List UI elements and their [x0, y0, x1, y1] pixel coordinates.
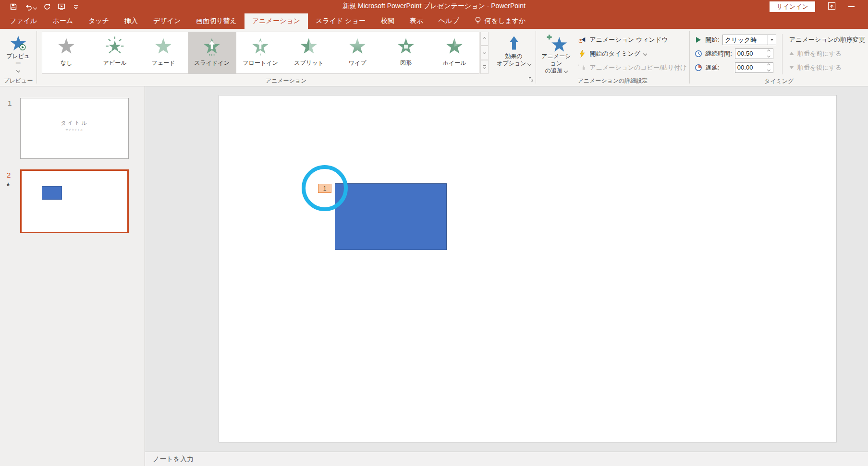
dropdown-arrow-icon[interactable] [768, 35, 776, 45]
start-slideshow-icon[interactable] [58, 3, 66, 11]
animation-appear[interactable]: アピール [91, 32, 139, 73]
spinner-up-icon[interactable] [765, 49, 773, 54]
tab-view[interactable]: 表示 [402, 13, 431, 29]
animation-number-badge[interactable]: 1 [318, 184, 331, 193]
move-later-button: 順番を後にする [789, 60, 865, 74]
split-star-icon [299, 36, 319, 56]
slide1-number: 1 [8, 99, 12, 107]
dialog-launcher-icon[interactable] [528, 77, 534, 84]
tab-animations[interactable]: アニメーション [245, 13, 308, 29]
powerpoint-window: 新規 Microsoft PowerPoint プレゼンテーション - Powe… [0, 0, 868, 466]
wipe-star-icon [347, 36, 367, 56]
move-earlier-button: 順番を前にする [789, 47, 865, 60]
animation-gallery: なし アピール フェード [42, 32, 479, 74]
animation-painter-icon [578, 64, 586, 72]
animation-pane-button[interactable]: アニメーション ウィンドウ [578, 33, 686, 47]
triangle-down-icon [789, 66, 794, 69]
start-combobox[interactable]: クリック時 [722, 35, 776, 45]
add-animation-button[interactable]: アニメーション の追加 [536, 32, 576, 74]
group-animation: なし アピール フェード [37, 29, 536, 86]
gallery-scrollbar [480, 32, 489, 74]
tab-design[interactable]: デザイン [146, 13, 188, 29]
reorder-title: アニメーションの順序変更 [789, 33, 865, 47]
animation-split[interactable]: スプリット [285, 32, 333, 73]
spinner-down-icon[interactable] [765, 68, 773, 72]
chevron-down-icon [527, 61, 531, 65]
undo-button[interactable] [24, 3, 37, 11]
effect-options-arrow-icon [505, 34, 523, 53]
title-bar: 新規 Microsoft PowerPoint プレゼンテーション - Powe… [0, 0, 868, 13]
blue-rectangle-shape[interactable] [335, 183, 447, 250]
trigger-button[interactable]: 開始のタイミング [578, 47, 686, 60]
slide-thumbnail-panel: 1 タイトル サブタイトル 2 ★ [0, 86, 145, 466]
delay-input[interactable] [735, 63, 765, 72]
redo-button[interactable] [43, 3, 51, 11]
minimize-icon[interactable] [848, 6, 855, 7]
chevron-down-icon [643, 51, 647, 55]
triangle-up-icon [789, 52, 794, 55]
slide1-thumbnail[interactable]: タイトル サブタイトル [20, 98, 129, 159]
preview-button[interactable]: プレビュー [0, 32, 37, 72]
gallery-scroll-down-button[interactable] [480, 46, 489, 60]
appear-star-icon [105, 36, 125, 56]
tab-review[interactable]: 校閲 [373, 13, 402, 29]
notes-bar[interactable]: ノートを入力 [145, 452, 868, 466]
tab-slideshow[interactable]: スライド ショー [308, 13, 373, 29]
save-icon[interactable] [10, 3, 17, 11]
delay-spinner[interactable] [735, 62, 773, 73]
ribbon-tab-bar: ファイル ホーム タッチ 挿入 デザイン 画面切り替え アニメーション スライド… [0, 13, 868, 29]
animation-wheel[interactable]: ホイール [430, 32, 479, 73]
animation-shape[interactable]: 図形 [382, 32, 430, 73]
group-label-timing: タイミング [690, 77, 868, 86]
slide2-shape-preview [42, 186, 62, 200]
duration-spinner[interactable] [735, 48, 773, 59]
spinner-down-icon[interactable] [765, 54, 773, 59]
tab-tell-me[interactable]: 何をしますか [467, 13, 534, 29]
sign-in-button[interactable]: サインイン [770, 1, 815, 12]
float-in-star-icon [250, 36, 270, 56]
notes-placeholder: ノートを入力 [153, 455, 194, 464]
delay-label: 遅延: [705, 63, 720, 72]
group-advanced-animation: アニメーション の追加 アニメーション ウィンドウ [536, 29, 689, 86]
tab-transitions[interactable]: 画面切り替え [188, 13, 245, 29]
tab-file[interactable]: ファイル [2, 13, 45, 29]
animation-wipe[interactable]: ワイプ [333, 32, 382, 73]
gallery-scroll-up-button[interactable] [480, 32, 489, 46]
tab-home[interactable]: ホーム [45, 13, 81, 29]
animation-none[interactable]: なし [42, 32, 91, 73]
spinner-up-icon[interactable] [765, 63, 773, 68]
slide2-number: 2 [7, 171, 11, 179]
slide-in-star-icon [202, 36, 222, 56]
tab-help[interactable]: ヘルプ [431, 13, 467, 29]
gallery-more-button[interactable] [480, 60, 489, 74]
animation-slide-in[interactable]: スライドイン [188, 32, 236, 73]
slide-editor-area: 1 ノートを入力 [145, 86, 868, 466]
group-timing: 開始: クリック時 継続時間: [690, 29, 868, 86]
duration-input[interactable] [735, 49, 765, 59]
chevron-down-icon [564, 69, 568, 72]
duration-label: 継続時間: [705, 49, 732, 58]
slide2-animation-indicator-icon: ★ [6, 181, 11, 188]
wheel-star-icon [444, 36, 465, 56]
group-label-advanced: アニメーションの詳細設定 [536, 75, 689, 86]
start-label: 開始: [705, 36, 720, 44]
animation-float-in[interactable]: フロートイン [236, 32, 285, 73]
start-value: クリック時 [723, 35, 768, 45]
tab-insert[interactable]: 挿入 [117, 13, 146, 29]
effect-options-button[interactable]: 効果の オプション [492, 32, 536, 67]
window-title: 新規 Microsoft PowerPoint プレゼンテーション - Powe… [0, 2, 868, 11]
undo-dropdown-icon[interactable] [33, 6, 37, 10]
delay-clock-icon [695, 64, 702, 72]
slide2-thumbnail[interactable] [20, 169, 129, 233]
animation-fade[interactable]: フェード [139, 32, 188, 73]
none-star-icon [56, 36, 76, 56]
duration-clock-icon [695, 50, 702, 58]
start-play-icon [695, 36, 702, 44]
slide-canvas[interactable]: 1 [219, 95, 837, 442]
lightning-bolt-icon [578, 50, 586, 58]
tab-touch[interactable]: タッチ [81, 13, 117, 29]
slide1-title-text: タイトル [21, 119, 128, 127]
ribbon-animations: プレビュー プレビュー なし [0, 29, 868, 86]
ribbon-display-options-icon[interactable] [828, 2, 836, 12]
customize-qat-icon[interactable] [73, 3, 79, 10]
